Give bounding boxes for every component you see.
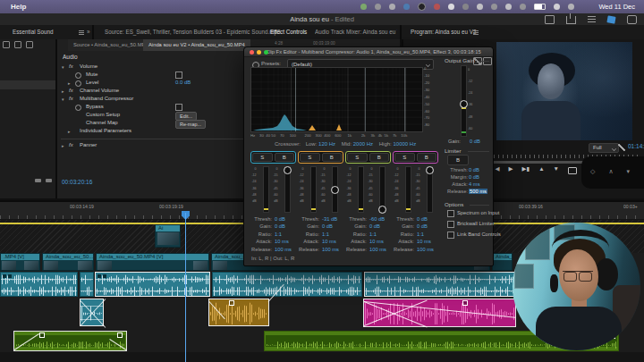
band-gain-value[interactable]: 0 dB (322, 223, 333, 229)
band-release-value[interactable]: 100 ms (417, 247, 434, 252)
ec-tab-clip[interactable]: Ainda sou eu V2 • Ainda_sou_eu_50.MP4 (143, 39, 250, 51)
fx-badge-icon[interactable]: fx (69, 63, 73, 69)
chevron-down-icon[interactable]: ▾ (62, 97, 64, 102)
timeline-clip-music[interactable] (208, 299, 269, 326)
timeline-clip-audio-selected[interactable] (364, 272, 516, 297)
tab-effect-controls[interactable]: Effect Controls (270, 25, 307, 40)
spectrum-on-input-checkbox[interactable] (447, 210, 454, 217)
timeline-clip-video[interactable]: Ainda_sou_eu_50... (42, 253, 94, 271)
list-item[interactable] (0, 80, 55, 89)
stopwatch-icon[interactable] (75, 72, 81, 79)
close-icon[interactable] (250, 50, 254, 55)
band-attack-value[interactable]: 10 ms (322, 239, 336, 244)
band-thresh-value[interactable]: -31 dB (322, 216, 337, 222)
mute-checkbox[interactable] (175, 72, 182, 79)
band-threshold-slider[interactable] (379, 166, 386, 213)
timeline-clip-audio-selected[interactable] (80, 299, 104, 326)
level-value[interactable]: 0.0 dB (175, 80, 191, 85)
program-timecode[interactable]: 01:14:2 (628, 143, 644, 149)
step-back-icon[interactable]: ◀ (496, 165, 500, 173)
settings-wrench-icon[interactable] (618, 144, 625, 151)
band-attack-value[interactable]: 10 ms (417, 239, 431, 244)
playhead-line[interactable] (185, 213, 186, 362)
tab-essential-sound[interactable]: Essential Sound (13, 25, 54, 39)
band-threshold-slider[interactable] (427, 166, 433, 213)
timeline-clip-video[interactable]: .MP4 [V] (0, 253, 40, 271)
control-center-icon[interactable] (568, 4, 574, 10)
status-app-icon[interactable] (375, 4, 381, 10)
stopwatch-icon[interactable] (75, 80, 81, 87)
band-gain-value[interactable]: 0 dB (369, 223, 380, 229)
band-threshold-slider[interactable] (284, 166, 291, 213)
panel-menu-icon[interactable] (473, 30, 479, 35)
chevron-right-icon[interactable]: ▸ (62, 143, 64, 148)
band-solo-button[interactable]: S (394, 153, 415, 162)
status-app-icon[interactable] (418, 3, 426, 11)
zoom-icon[interactable] (264, 50, 268, 55)
trash-icon[interactable] (46, 179, 52, 182)
dialog-titlebar[interactable]: Clip Fx Editor - Multiband Compressor: A… (244, 47, 493, 57)
band-thresh-value[interactable]: 0 dB (417, 216, 428, 222)
export-icon[interactable] (566, 16, 576, 24)
display-status-icon[interactable] (491, 4, 497, 10)
limiter-attack-value[interactable]: 4 ms (469, 181, 480, 187)
band-attack-value[interactable]: 10 ms (275, 239, 289, 244)
tab-program-monitor[interactable]: Program: Ainda sou eu V2 (411, 25, 477, 39)
chevron-right-icon[interactable]: ▸ (62, 88, 64, 94)
extract-icon[interactable]: ▼ (554, 165, 559, 173)
crossover-high-value[interactable]: 10000 Hz (393, 141, 416, 147)
band-ratio-value[interactable]: 1:1 (417, 232, 424, 237)
band-release-value[interactable]: 100 ms (322, 247, 339, 252)
band-bypass-button[interactable]: B (417, 153, 437, 162)
timeline-clip-ambience-selected[interactable] (13, 331, 127, 351)
timeline-clip-sfx[interactable] (363, 299, 516, 327)
timeline-clip-video[interactable]: Ainda_sou_e (492, 253, 513, 271)
menu-help[interactable]: Help (11, 3, 26, 11)
crossover-mid-value[interactable]: 2000 Hz (353, 141, 373, 147)
bypass-checkbox[interactable] (175, 104, 182, 111)
band-ratio-value[interactable]: 1:1 (275, 232, 282, 237)
limiter-release-value[interactable]: 500 ms (469, 189, 487, 194)
status-app-icon[interactable] (403, 4, 410, 10)
limiter-thresh-value[interactable]: 0 dB (469, 167, 479, 173)
limiter-bypass-button[interactable]: B (447, 155, 469, 165)
band-bypass-button[interactable]: B (322, 153, 343, 162)
timeline-clip-v2[interactable]: Ai (155, 224, 181, 248)
frequency-graph[interactable] (250, 67, 423, 132)
timeline-clip-video[interactable]: Ainda_sou_eu_50.MP4 [V] (96, 253, 209, 271)
keyboard-status-icon[interactable] (520, 4, 526, 10)
ec-timecode[interactable]: 00:03:20:16 (62, 179, 92, 185)
status-app-icon[interactable] (434, 4, 440, 10)
band-solo-button[interactable]: S (252, 153, 273, 162)
status-app-icon[interactable] (448, 4, 454, 10)
pen-tool-icon[interactable] (3, 41, 10, 48)
play-icon[interactable]: ▶ (509, 165, 513, 173)
folder-icon[interactable] (26, 41, 33, 48)
status-app-icon[interactable] (360, 4, 367, 10)
filmstrip-icon[interactable] (35, 179, 41, 182)
diamond-icon[interactable]: ◇ (590, 168, 595, 175)
band-thresh-value[interactable]: -60 dB (369, 216, 385, 222)
fade-handle[interactable] (117, 333, 123, 338)
program-video[interactable] (496, 42, 632, 140)
fx-badge-icon[interactable]: fx (69, 142, 73, 147)
chevron-right-icon[interactable]: ▸ (68, 80, 71, 86)
menubar-clock[interactable]: Wed 11 Dec (598, 0, 635, 13)
timeline-clip-audio[interactable] (80, 272, 94, 297)
export-frame-icon[interactable] (568, 167, 577, 174)
band-bypass-button[interactable]: B (275, 153, 295, 162)
comment-icon[interactable] (627, 15, 637, 24)
minimize-icon[interactable] (257, 50, 261, 55)
timeline-clip-audio[interactable] (0, 272, 78, 297)
band-attack-value[interactable]: 10 ms (369, 239, 384, 244)
band-gain-value[interactable]: 0 dB (417, 223, 428, 229)
workspaces-icon[interactable] (588, 16, 596, 23)
fade-handle[interactable] (229, 300, 234, 306)
panel-menu-icon[interactable] (79, 30, 84, 35)
band-release-value[interactable]: 100 ms (369, 247, 386, 252)
timeline-clip-audio[interactable] (212, 272, 362, 297)
fx-badge-icon[interactable]: fx (69, 96, 73, 101)
search-icon[interactable] (554, 4, 560, 10)
import-icon[interactable] (545, 15, 555, 24)
step-forward-icon[interactable]: ▶▮ (522, 165, 530, 173)
